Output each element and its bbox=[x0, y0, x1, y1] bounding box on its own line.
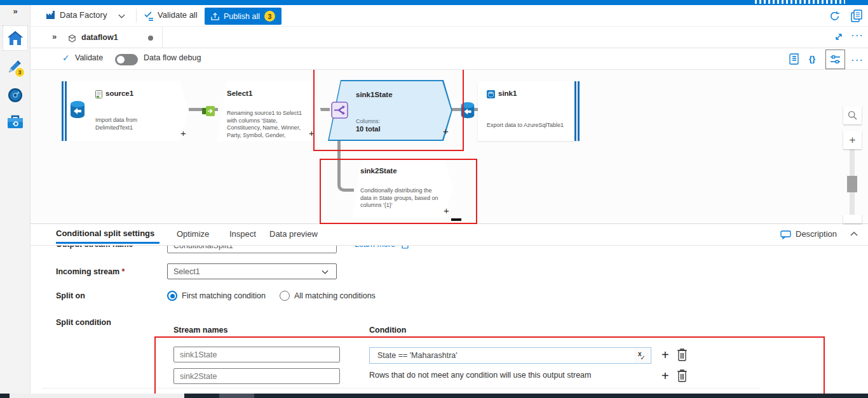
split-on-label: Split on bbox=[56, 291, 85, 300]
expression-builder-icon[interactable]: x✓ bbox=[634, 348, 649, 362]
active-tab-underline bbox=[56, 242, 159, 244]
code-braces-icon[interactable]: {} bbox=[809, 54, 815, 63]
publish-count-badge: 3 bbox=[264, 11, 275, 22]
add-condition-icon-1[interactable]: + bbox=[661, 348, 669, 361]
sidebar-item-home[interactable] bbox=[3, 25, 28, 51]
tab-inspect[interactable]: Inspect bbox=[229, 229, 256, 239]
validate-all-button[interactable]: Validate all bbox=[158, 10, 198, 20]
gauge-icon bbox=[8, 88, 23, 103]
editor-tabbar bbox=[31, 27, 868, 48]
publish-icon bbox=[211, 12, 219, 20]
radio-first-matching-label[interactable]: First matching condition bbox=[182, 291, 266, 300]
app-window: » 3 Data Factory Validate all Publish al… bbox=[0, 0, 868, 398]
sink-dataset-stripes-icon bbox=[572, 81, 580, 141]
stream-name-input-2[interactable]: sink2State bbox=[173, 368, 340, 384]
source-dataset-icon bbox=[69, 100, 86, 119]
external-link-icon bbox=[402, 246, 410, 249]
annotation-box-split-table bbox=[154, 336, 825, 398]
split-condition-label: Split condition bbox=[56, 318, 111, 327]
select-transform-icon bbox=[201, 104, 215, 118]
tab-data-preview[interactable]: Data preview bbox=[269, 229, 318, 239]
zoom-out-button[interactable] bbox=[843, 215, 862, 223]
validate-button[interactable]: Validate bbox=[75, 53, 103, 62]
home-icon bbox=[7, 30, 24, 46]
horizontal-scrollbar[interactable] bbox=[0, 394, 868, 398]
data-flow-debug-toggle[interactable] bbox=[115, 54, 138, 65]
description-button[interactable]: Description bbox=[796, 229, 837, 239]
delete-condition-icon-2[interactable] bbox=[676, 369, 688, 383]
zoom-slider-thumb[interactable] bbox=[847, 176, 857, 192]
column-header-stream-names: Stream names bbox=[173, 326, 227, 335]
radio-all-matching-label[interactable]: All matching conditions bbox=[294, 291, 376, 300]
settings-sliders-button[interactable] bbox=[825, 50, 845, 69]
validate-check-icon: ✓ bbox=[62, 53, 70, 63]
zoom-in-button[interactable]: + bbox=[843, 131, 862, 149]
node-source1-add-icon[interactable]: + bbox=[180, 128, 186, 138]
sliders-icon bbox=[830, 55, 841, 64]
tab-optimize[interactable]: Optimize bbox=[177, 229, 209, 239]
sql-table-icon bbox=[487, 90, 495, 98]
search-icon bbox=[848, 110, 857, 120]
data-factory-switcher-label[interactable]: Data Factory bbox=[60, 10, 107, 20]
unsaved-changes-dot bbox=[148, 36, 153, 41]
sidebar-expand-chevron[interactable]: » bbox=[0, 6, 31, 16]
flow-more-options-icon[interactable]: ··· bbox=[851, 54, 864, 67]
tab-divider bbox=[162, 27, 163, 48]
refresh-icon[interactable] bbox=[829, 10, 841, 22]
canvas-scroll-dash bbox=[451, 218, 461, 221]
dataset-stripes-icon bbox=[62, 81, 69, 141]
collapse-panel-chevron-icon[interactable] bbox=[850, 231, 858, 236]
tab-more-options-icon[interactable]: ··· bbox=[851, 29, 864, 42]
node-select1-title: Select1 bbox=[227, 90, 252, 97]
data-flow-debug-label: Data flow debug bbox=[144, 53, 201, 62]
data-factory-icon bbox=[46, 10, 56, 20]
column-header-condition: Condition bbox=[369, 326, 406, 335]
azure-titlebar bbox=[0, 0, 868, 5]
node-sink1-title: sink1 bbox=[498, 90, 517, 97]
node-source1-title: source1 bbox=[105, 90, 133, 97]
file-icon bbox=[95, 90, 102, 98]
toolbox-icon bbox=[7, 114, 24, 129]
radio-all-matching[interactable] bbox=[280, 291, 290, 301]
canvas-search-button[interactable] bbox=[843, 106, 862, 124]
node-source1-desc: Import data from DelimitedText1 bbox=[95, 117, 173, 133]
sidebar-item-manage[interactable] bbox=[7, 114, 24, 129]
author-pending-badge: 3 bbox=[15, 67, 25, 77]
incoming-stream-dropdown[interactable]: Select1 bbox=[167, 263, 337, 279]
tab-dataflow1[interactable]: dataflow1 bbox=[81, 33, 118, 42]
expand-diagonal-icon[interactable] bbox=[834, 32, 843, 41]
node-select1-desc: Renaming source1 to Select1 with columns… bbox=[227, 110, 308, 140]
dataflow-icon bbox=[67, 34, 77, 43]
script-icon[interactable] bbox=[789, 53, 799, 65]
tabbar-expand-chevron[interactable]: » bbox=[52, 32, 57, 41]
output-stream-row-clipped: Output stream name * ConditionalSplit1 L… bbox=[31, 246, 868, 254]
condition-input-1[interactable]: State == 'Maharashtra' x✓ bbox=[369, 347, 651, 364]
node-sink1-desc: Export data to AzureSqlTable1 bbox=[487, 122, 576, 131]
output-stream-label: Output stream name * bbox=[56, 246, 139, 249]
output-stream-input[interactable]: ConditionalSplit1 bbox=[167, 246, 337, 253]
main-toolbar bbox=[31, 5, 868, 27]
dropdown-chevron-icon bbox=[322, 270, 329, 274]
tab-conditional-split-settings[interactable]: Conditional split settings bbox=[56, 229, 154, 238]
titlebar-clipped-account-text bbox=[755, 0, 845, 4]
description-bubble-icon bbox=[780, 230, 791, 239]
publish-all-button[interactable]: Publish all 3 bbox=[205, 8, 281, 25]
learn-more-link[interactable]: Learn more bbox=[355, 246, 395, 249]
clipboard-icon[interactable] bbox=[851, 10, 862, 22]
validate-all-icon bbox=[144, 11, 154, 21]
chevron-down-icon[interactable] bbox=[118, 14, 125, 18]
annotation-box-sink1state bbox=[313, 65, 464, 151]
incoming-stream-label: Incoming stream * bbox=[56, 267, 125, 276]
publish-all-label: Publish all bbox=[224, 12, 260, 21]
toolbar-divider bbox=[136, 9, 137, 23]
delete-condition-icon-1[interactable] bbox=[676, 348, 688, 362]
sidebar-item-monitor[interactable] bbox=[8, 88, 23, 103]
radio-first-matching[interactable] bbox=[167, 291, 177, 301]
stream-name-input-1[interactable]: sink1State bbox=[173, 347, 340, 362]
add-condition-icon-2[interactable]: + bbox=[661, 369, 669, 382]
annotation-box-sink2state bbox=[320, 159, 477, 224]
default-stream-note: Rows that do not meet any condition will… bbox=[369, 371, 592, 380]
